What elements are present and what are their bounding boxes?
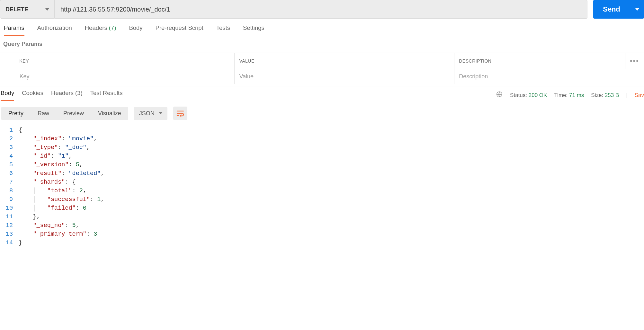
time-label: Time: <box>554 92 568 98</box>
chevron-down-icon <box>45 8 49 11</box>
row-handle[interactable] <box>0 69 15 84</box>
http-method-value: DELETE <box>5 6 28 13</box>
tab-headers-label: Headers <box>85 24 107 31</box>
column-description: DESCRIPTION <box>454 53 625 69</box>
response-body-viewer[interactable]: 1234567891011121314 { "_index": "movie",… <box>0 124 644 247</box>
language-select[interactable]: JSON <box>134 107 167 120</box>
wrap-lines-button[interactable] <box>173 107 187 120</box>
view-pretty[interactable]: Pretty <box>1 107 31 120</box>
view-preview[interactable]: Preview <box>56 107 91 120</box>
tab-tests[interactable]: Tests <box>216 24 230 36</box>
query-params-table: KEY VALUE DESCRIPTION ••• <box>0 53 644 84</box>
view-raw[interactable]: Raw <box>31 107 56 120</box>
tab-authorization[interactable]: Authorization <box>37 24 72 36</box>
request-bar: DELETE Send <box>0 0 644 19</box>
view-visualize[interactable]: Visualize <box>91 107 128 120</box>
resp-tab-test-results[interactable]: Test Results <box>90 90 123 101</box>
resp-tab-headers-label: Headers <box>51 90 74 96</box>
resp-tab-cookies[interactable]: Cookies <box>22 90 43 101</box>
param-value-input[interactable] <box>235 69 454 84</box>
time-value: 71 ms <box>569 92 584 98</box>
params-row <box>0 69 644 84</box>
column-options[interactable]: ••• <box>625 53 644 69</box>
send-button[interactable]: Send <box>593 0 630 19</box>
chevron-down-icon <box>159 112 162 114</box>
tab-headers-count: (7) <box>109 24 116 31</box>
send-button-group: Send <box>593 0 644 19</box>
response-viewer-toolbar: Pretty Raw Preview Visualize JSON <box>0 101 644 124</box>
request-tabs: Params Authorization Headers (7) Body Pr… <box>0 19 644 36</box>
time-group: Time: 71 ms <box>554 92 584 99</box>
column-key: KEY <box>15 53 235 69</box>
tab-params[interactable]: Params <box>4 24 24 36</box>
resp-tab-body[interactable]: Body <box>1 90 14 101</box>
tab-prerequest[interactable]: Pre-request Script <box>156 24 203 36</box>
send-options-button[interactable] <box>630 0 644 19</box>
http-method-select[interactable]: DELETE <box>0 0 55 19</box>
resp-tab-headers[interactable]: Headers (3) <box>51 90 83 101</box>
status-group: Status: 200 OK <box>510 92 547 99</box>
ellipsis-icon: ••• <box>630 57 639 65</box>
resp-tab-headers-count: (3) <box>75 90 83 96</box>
size-value: 253 B <box>605 92 619 98</box>
code-content: { "_index": "movie", "_type": "_doc", "_… <box>19 126 104 247</box>
tab-headers[interactable]: Headers (7) <box>85 24 116 36</box>
tab-settings[interactable]: Settings <box>243 24 264 36</box>
response-row: Body Cookies Headers (3) Test Results St… <box>0 86 644 101</box>
tab-body[interactable]: Body <box>129 24 142 36</box>
size-group: Size: 253 B <box>591 92 619 99</box>
column-value: VALUE <box>235 53 454 69</box>
size-label: Size: <box>591 92 603 98</box>
param-description-input[interactable] <box>454 69 644 84</box>
response-tabs: Body Cookies Headers (3) Test Results <box>0 90 122 101</box>
status-label: Status: <box>510 92 527 98</box>
query-params-title: Query Params <box>0 36 644 53</box>
request-url-input[interactable] <box>55 0 587 19</box>
line-gutter: 1234567891011121314 <box>0 126 19 247</box>
globe-icon[interactable] <box>496 91 503 100</box>
param-key-input[interactable] <box>15 69 235 84</box>
chevron-down-icon <box>635 8 639 11</box>
save-response-button[interactable]: Sav <box>635 92 644 99</box>
response-meta: Status: 200 OK Time: 71 ms Size: 253 B |… <box>496 91 644 100</box>
status-value: 200 OK <box>529 92 547 98</box>
handle-column <box>0 53 15 69</box>
language-value: JSON <box>139 110 155 117</box>
view-mode-group: Pretty Raw Preview Visualize <box>1 107 128 120</box>
